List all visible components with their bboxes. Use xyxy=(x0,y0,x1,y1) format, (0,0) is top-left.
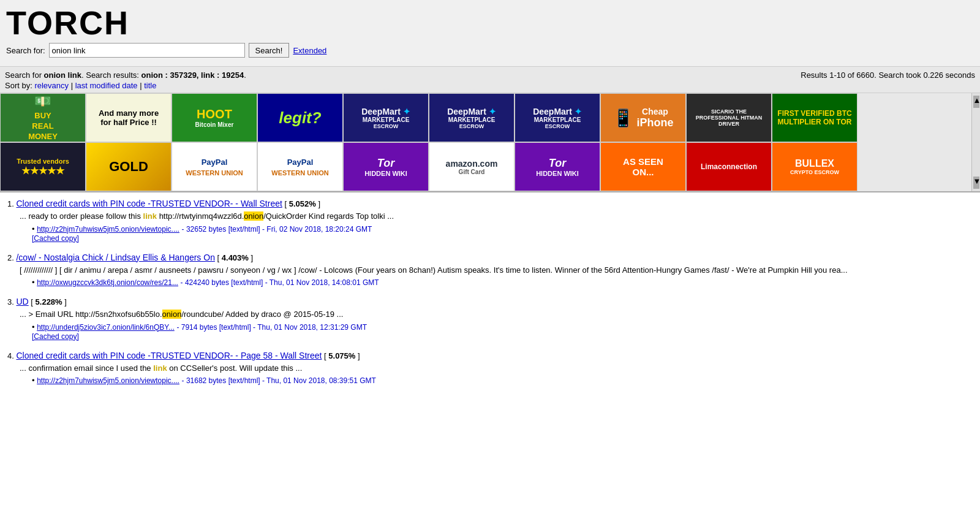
extended-link[interactable]: Extended xyxy=(293,46,326,55)
search-button[interactable]: Search! xyxy=(249,43,290,58)
result-number: 2. xyxy=(7,253,16,262)
ad-tor-hidden2[interactable]: Tor HIDDEN WIKI xyxy=(514,142,600,191)
result-meta-4: - 31682 bytes [text/html] - Thu, 01 Nov … xyxy=(182,376,376,385)
result-snippet-3: ... > Email URL http://5sn2hxofsu6b55lo.… xyxy=(20,308,973,321)
ad-first-verified[interactable]: FIRST VERIFIED BTC MULTIPLIER ON TOR xyxy=(772,93,858,142)
result-item-2: 2. /cow/ - Nostalgia Chick / Lindsay Ell… xyxy=(7,253,973,287)
sort-title[interactable]: title xyxy=(144,81,156,90)
result-url-4[interactable]: http://z2hjm7uhwisw5jm5.onion/viewtopic.… xyxy=(37,376,179,385)
ad-legit[interactable]: legit? xyxy=(257,93,343,142)
ad-trusted[interactable]: Trusted vendors ★★★★★ xyxy=(0,142,86,191)
main-content: 1. Cloned credit cards with PIN code -TR… xyxy=(0,192,980,401)
results-header: Search for onion link. Search results: o… xyxy=(0,67,980,93)
scroll-up[interactable]: ▲ xyxy=(973,96,979,108)
pagination-info: Results 1-10 of 6660. Search took 0.226 … xyxy=(801,70,975,80)
sort-relevancy[interactable]: relevancy xyxy=(34,81,69,90)
result-title-3[interactable]: UD xyxy=(16,297,28,306)
result-item-1: 1. Cloned credit cards with PIN code -TR… xyxy=(7,199,973,243)
result-number: 1. xyxy=(7,199,16,208)
search-label: Search for: xyxy=(6,46,45,55)
ad-section: 💵 BUYREALMONEY And many morefor half Pri… xyxy=(0,93,980,192)
ad-hitman[interactable]: SICARIO THE PROFESSIONAL HITMAN DRIVER xyxy=(686,93,772,142)
result-score-2: [ 4.403% ] xyxy=(217,253,254,262)
result-meta-2: - 424240 bytes [text/html] - Thu, 01 Nov… xyxy=(181,278,379,287)
logo: TORCH xyxy=(6,6,974,39)
scroll-down[interactable]: ▼ xyxy=(973,177,979,189)
header: TORCH Search for: Search! Extended xyxy=(0,0,980,67)
ad-deepmart1[interactable]: DeepMart ✦ MARKETPLACE ESCROW xyxy=(343,93,429,142)
sort-bar: Sort by: relevancy | last modified date … xyxy=(5,81,975,90)
result-title-1[interactable]: Cloned credit cards with PIN code -TRUST… xyxy=(16,199,282,208)
ad-paypal-wu2[interactable]: PayPal WESTERN UNION xyxy=(257,142,343,191)
result-meta-1: - 32652 bytes [text/html] - Fri, 02 Nov … xyxy=(182,225,372,234)
ad-deepmart3[interactable]: DeepMart ✦ MARKETPLACE ESCROW xyxy=(514,93,600,142)
result-title-2[interactable]: /cow/ - Nostalgia Chick / Lindsay Ellis … xyxy=(16,253,214,262)
result-snippet-1: ... ready to order please follow this li… xyxy=(20,210,973,223)
ad-row-2: Trusted vendors ★★★★★ GOLD PayPal WESTER… xyxy=(0,142,980,191)
results-info: Search for onion link. Search results: o… xyxy=(5,70,975,80)
ad-gold[interactable]: GOLD xyxy=(86,142,172,191)
ad-amazon-gift[interactable]: amazon.com Gift Card xyxy=(429,142,514,191)
result-snippet-4: ... confirmation email since I used the … xyxy=(20,362,973,375)
ad-paypal-wu1[interactable]: PayPal WESTERN UNION xyxy=(172,142,257,191)
result-score-3: [ 5.228% ] xyxy=(31,297,67,306)
cached-copy-1[interactable]: [Cached copy] xyxy=(32,234,79,243)
ad-scrollbar[interactable]: ▲ ▼ xyxy=(971,93,980,191)
ad-row-1: 💵 BUYREALMONEY And many morefor half Pri… xyxy=(0,93,980,142)
search-input[interactable] xyxy=(49,43,245,58)
ad-deepmart2[interactable]: DeepMart ✦ MARKETPLACE ESCROW xyxy=(429,93,514,142)
search-bar: Search for: Search! Extended xyxy=(6,43,974,58)
result-url-3[interactable]: http://underdj5ziov3ic7.onion/link/6nQBY… xyxy=(37,323,175,332)
ad-cheap-iphone[interactable]: 📱 CheapiPhone xyxy=(600,93,686,142)
result-item-4: 4. Cloned credit cards with PIN code -TR… xyxy=(7,351,973,386)
result-score-4: [ 5.075% ] xyxy=(324,351,360,360)
result-item-3: 3. UD [ 5.228% ] ... > Email URL http://… xyxy=(7,297,973,341)
ad-as-seen[interactable]: AS SEENON... xyxy=(600,142,686,191)
result-number: 4. xyxy=(7,351,16,360)
cached-copy-3[interactable]: [Cached copy] xyxy=(32,332,79,341)
ad-tor-hidden1[interactable]: Tor HIDDEN WIKI xyxy=(343,142,429,191)
result-url-2[interactable]: http://oxwugzccvk3dk6tj.onion/cow/res/21… xyxy=(37,278,178,287)
result-number: 3. xyxy=(7,297,16,306)
ad-and-many-more[interactable]: And many morefor half Price !! xyxy=(86,93,172,142)
ad-hoot[interactable]: HOOT Bitcoin Mixer xyxy=(172,93,257,142)
result-score-1: [ 5.052% ] xyxy=(284,199,320,208)
sort-last-modified[interactable]: last modified date xyxy=(75,81,138,90)
ad-bullex[interactable]: BULLEX CRYPTO ESCROW xyxy=(772,142,858,191)
ad-buy-real-money[interactable]: 💵 BUYREALMONEY xyxy=(0,93,86,142)
result-url-1[interactable]: http://z2hjm7uhwisw5jm5.onion/viewtopic.… xyxy=(37,225,179,234)
result-snippet-2: [ ///////////// ] [ dir / animu / arepa … xyxy=(20,264,973,276)
result-title-4[interactable]: Cloned credit cards with PIN code -TRUST… xyxy=(16,351,322,360)
result-meta-3: - 7914 bytes [text/html] - Thu, 01 Nov 2… xyxy=(176,323,367,332)
ad-lima[interactable]: Limaconnection xyxy=(686,142,772,191)
